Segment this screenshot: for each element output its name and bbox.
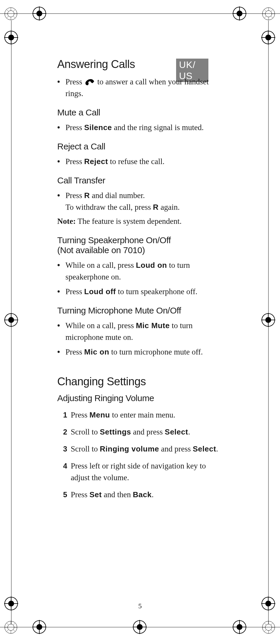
step-item: 2 Scroll to Settings and press Select. [59,426,222,438]
text: Press [65,157,84,166]
softkey-select: Select [165,427,188,436]
step-item: 1 Press Menu to enter main menu. [59,409,222,421]
step-number: 2 [59,426,71,438]
text: Press [65,287,84,296]
text: and press [131,427,165,436]
softkey-mic-mute: Mic Mute [136,321,170,330]
heading-speakerphone: Turning Speakerphone On/Off (Not availab… [57,235,222,255]
bullet-item: • Press R and dial number. To withdraw t… [57,190,222,213]
softkey-reject: Reject [84,157,108,166]
step-number: 4 [59,460,71,483]
heading-line: Turning Speakerphone On/Off [57,235,171,245]
text: . [216,444,218,453]
text: Press [65,123,84,132]
heading-mute-call: Mute a Call [57,108,222,117]
softkey-mic-on: Mic on [84,347,109,356]
softkey-menu: Menu [90,410,110,419]
text: . [188,427,190,436]
step-item: 5 Press Set and then Back. [59,489,222,500]
text: and the ring signal is muted. [112,123,204,132]
text: Press [65,191,84,200]
softkey-ringing-volume: Ringing volume [100,444,159,453]
heading-answering-calls: Answering Calls [57,58,222,71]
note-label: Note: [57,217,76,226]
page-content: Answering Calls • Press to answer a call… [57,58,222,506]
softkey-r: R [153,203,158,212]
text: Scroll to [71,427,100,436]
step-number: 5 [59,489,71,500]
heading-mic-mute: Turning Microphone Mute On/Off [57,306,222,316]
call-icon [84,78,95,87]
text: While on a call, press [65,261,136,270]
text: While on a call, press [65,321,136,330]
softkey-back: Back [133,490,151,499]
note: Note: The feature is system dependent. [57,215,222,227]
bullet-item: • Press Loud off to turn speakerphone of… [57,286,222,297]
bullet-item: • While on a call, press Loud on to turn… [57,259,222,283]
registration-mark-icon [261,313,275,327]
page-number: 5 [0,602,280,610]
text: Press left or right side of navigation k… [71,461,206,482]
heading-ringing-volume: Adjusting Ringing Volume [57,393,222,403]
text: again. [158,203,180,212]
bullet-item: • While on a call, press Mic Mute to tur… [57,320,222,343]
step-item: 4 Press left or right side of navigation… [59,460,222,483]
text: Press [65,77,84,86]
softkey-loud-off: Loud off [84,287,116,296]
softkey-settings: Settings [100,427,131,436]
ring-mark-icon [262,621,275,634]
step-item: 3 Scroll to Ringing volume and press Sel… [59,443,222,455]
softkey-r: R [84,191,90,200]
heading-changing-settings: Changing Settings [57,375,222,388]
softkey-loud-on: Loud on [136,261,167,270]
text: to turn speakerphone off. [116,287,198,296]
text: Press [71,490,90,499]
note-text: The feature is system dependent. [76,217,182,226]
bullet-item: • Press Silence and the ring signal is m… [57,122,222,133]
bullet-item: • Press Reject to refuse the call. [57,156,222,167]
heading-reject-call: Reject a Call [57,142,222,151]
ring-mark-icon [4,7,18,21]
heading-line: (Not available on 7010) [57,245,145,255]
registration-mark-icon [133,620,147,634]
ring-mark-icon [4,621,18,634]
text: to refuse the call. [108,157,165,166]
text: To withdraw the call, press [65,203,153,212]
softkey-select: Select [193,444,216,453]
registration-mark-icon [32,620,46,634]
text: Press [65,347,84,356]
text: and press [159,444,193,453]
softkey-silence: Silence [84,123,112,132]
text: Scroll to [71,444,100,453]
step-number: 3 [59,443,71,455]
text: and then [102,490,133,499]
step-number: 1 [59,409,71,421]
bullet-item: • Press Mic on to turn microphone mute o… [57,346,222,358]
text: Press [71,410,90,419]
softkey-set: Set [90,490,102,499]
text: to enter main menu. [110,410,176,419]
text: and dial number. [90,191,145,200]
text: to turn microphone mute off. [109,347,203,356]
registration-mark-icon [232,620,247,634]
text: . [152,490,154,499]
heading-call-transfer: Call Transfer [57,176,222,185]
crop-line [0,13,280,14]
bullet-item: • Press to answer a call when your hands… [57,76,222,99]
registration-mark-icon [4,313,18,327]
ring-mark-icon [262,7,275,21]
